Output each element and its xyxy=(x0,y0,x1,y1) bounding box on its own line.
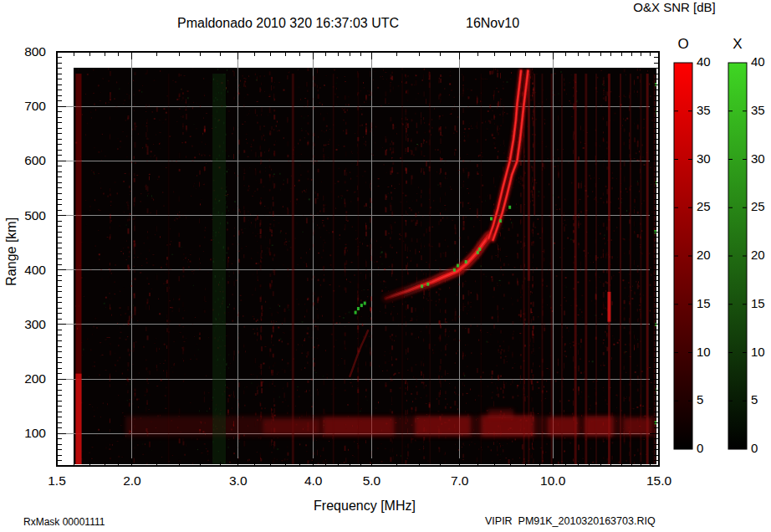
y-tick-label: 200 xyxy=(7,371,46,386)
colorbar-x-tick-label: 10 xyxy=(751,345,771,360)
colorbar-o-tick-label: 35 xyxy=(697,104,720,118)
ionogram-figure: Pmaldonado 2010 320 16:37:03 UTC 16Nov10… xyxy=(0,0,771,532)
plot-title: Pmaldonado 2010 320 16:37:03 UTC xyxy=(177,16,399,31)
y-tick-label: 300 xyxy=(7,317,46,331)
colorbar-o-tick-label: 20 xyxy=(697,248,720,263)
colorbar-x-tick-label: 30 xyxy=(751,152,771,166)
colorbar-x-tick-label: 0 xyxy=(751,442,771,456)
x-tick-label: 4.0 xyxy=(293,473,334,488)
colorbar-o-tick-label: 40 xyxy=(697,55,720,69)
y-tick-label: 500 xyxy=(7,208,46,223)
y-tick-label: 600 xyxy=(7,153,46,167)
y-tick-label: 700 xyxy=(7,99,46,113)
colorbar-x-tick-label: 20 xyxy=(751,248,771,263)
x-axis-label: Frequency [MHz] xyxy=(302,499,427,514)
colorbar-o-header: O xyxy=(671,37,696,53)
rxmask-footer: RxMask 00001111 xyxy=(23,517,105,528)
colorbar-o-tick-label: 5 xyxy=(697,393,720,407)
colorbar-x-tick-label: 15 xyxy=(751,297,771,311)
x-tick-label: 2.0 xyxy=(111,473,153,488)
colorbar-o-tick-label: 30 xyxy=(697,152,720,166)
colorbar-o-tick-label: 0 xyxy=(697,442,720,456)
colorbar-o-tick-label: 15 xyxy=(697,297,720,311)
filename-footer: VIPIR PM91K_2010320163703.RIQ xyxy=(485,516,656,528)
y-tick-label: 800 xyxy=(7,44,46,59)
colorbar-x-tick-label: 25 xyxy=(751,200,771,214)
x-tick-label: 15.0 xyxy=(638,473,680,488)
y-tick-label: 400 xyxy=(7,263,46,277)
colorbar-title: O&X SNR [dB] xyxy=(605,1,743,15)
colorbar-o xyxy=(674,63,692,449)
ionogram-plot xyxy=(0,0,771,532)
x-tick-label: 1.5 xyxy=(36,473,78,488)
plot-date: 16Nov10 xyxy=(466,16,519,31)
colorbar-o-tick-label: 10 xyxy=(697,345,720,360)
x-tick-label: 7.0 xyxy=(439,473,481,488)
data-background xyxy=(74,68,656,464)
x-tick-label: 10.0 xyxy=(532,473,574,488)
x-tick-label: 3.0 xyxy=(217,473,259,488)
colorbar-x xyxy=(728,63,747,449)
colorbar-x-tick-label: 5 xyxy=(751,393,771,407)
colorbar-x-tick-label: 35 xyxy=(751,104,771,118)
colorbar-o-tick-label: 25 xyxy=(697,200,720,214)
x-tick-label: 5.0 xyxy=(350,473,392,488)
colorbar-x-header: X xyxy=(725,37,750,53)
colorbar-x-tick-label: 40 xyxy=(751,55,771,69)
y-tick-label: 100 xyxy=(7,426,46,440)
